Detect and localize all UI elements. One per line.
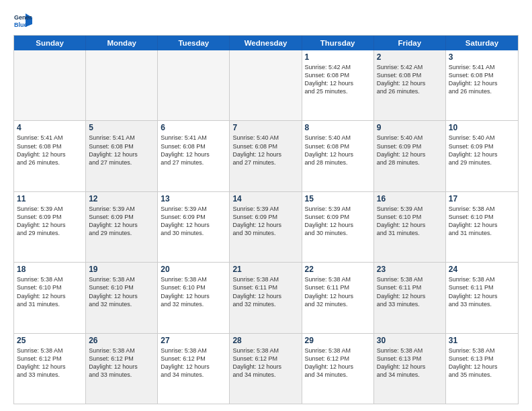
day-number: 6 <box>161 123 226 132</box>
calendar-cell: 27Sunrise: 5:38 AM Sunset: 6:12 PM Dayli… <box>158 334 230 404</box>
day-info: Sunrise: 5:41 AM Sunset: 6:08 PM Dayligh… <box>449 63 515 96</box>
calendar-week-row: 4Sunrise: 5:41 AM Sunset: 6:08 PM Daylig… <box>14 121 518 191</box>
calendar-header-cell: Tuesday <box>158 36 230 50</box>
day-info: Sunrise: 5:42 AM Sunset: 6:08 PM Dayligh… <box>305 63 371 96</box>
day-number: 1 <box>305 52 371 62</box>
day-number: 22 <box>305 265 371 274</box>
svg-text:General: General <box>14 14 32 21</box>
day-number: 4 <box>17 123 83 132</box>
day-number: 28 <box>232 336 298 345</box>
calendar-cell: 17Sunrise: 5:38 AM Sunset: 6:10 PM Dayli… <box>446 192 518 262</box>
day-number: 27 <box>161 336 226 345</box>
day-number: 25 <box>17 336 83 345</box>
day-number: 12 <box>89 194 154 203</box>
day-info: Sunrise: 5:38 AM Sunset: 6:13 PM Dayligh… <box>377 347 443 379</box>
day-info: Sunrise: 5:38 AM Sunset: 6:12 PM Dayligh… <box>17 347 83 379</box>
calendar-header-cell: Thursday <box>302 36 374 50</box>
day-number: 20 <box>161 265 226 274</box>
day-info: Sunrise: 5:41 AM Sunset: 6:08 PM Dayligh… <box>89 134 154 167</box>
day-number: 26 <box>89 336 154 345</box>
day-info: Sunrise: 5:39 AM Sunset: 6:09 PM Dayligh… <box>232 205 298 238</box>
calendar-cell <box>158 50 230 120</box>
day-number: 18 <box>17 265 83 274</box>
calendar-cell: 9Sunrise: 5:40 AM Sunset: 6:09 PM Daylig… <box>374 121 446 191</box>
calendar-cell: 26Sunrise: 5:38 AM Sunset: 6:12 PM Dayli… <box>86 334 158 404</box>
day-info: Sunrise: 5:39 AM Sunset: 6:09 PM Dayligh… <box>89 205 154 238</box>
day-info: Sunrise: 5:39 AM Sunset: 6:10 PM Dayligh… <box>377 205 443 238</box>
header: General Blue <box>13 11 519 30</box>
day-info: Sunrise: 5:40 AM Sunset: 6:08 PM Dayligh… <box>305 134 371 167</box>
calendar-cell: 10Sunrise: 5:40 AM Sunset: 6:09 PM Dayli… <box>446 121 518 191</box>
calendar-week-row: 11Sunrise: 5:39 AM Sunset: 6:09 PM Dayli… <box>14 192 518 263</box>
calendar-cell <box>86 50 158 120</box>
day-info: Sunrise: 5:40 AM Sunset: 6:09 PM Dayligh… <box>449 134 515 167</box>
calendar-cell: 23Sunrise: 5:38 AM Sunset: 6:11 PM Dayli… <box>374 263 446 332</box>
day-number: 14 <box>232 194 298 203</box>
logo-icon: General Blue <box>13 11 32 30</box>
calendar-cell: 12Sunrise: 5:39 AM Sunset: 6:09 PM Dayli… <box>86 192 158 262</box>
day-info: Sunrise: 5:39 AM Sunset: 6:09 PM Dayligh… <box>17 205 83 238</box>
day-number: 10 <box>449 123 515 132</box>
day-number: 24 <box>449 265 515 274</box>
day-info: Sunrise: 5:38 AM Sunset: 6:12 PM Dayligh… <box>305 347 371 379</box>
calendar-cell: 1Sunrise: 5:42 AM Sunset: 6:08 PM Daylig… <box>302 50 374 120</box>
calendar-cell: 8Sunrise: 5:40 AM Sunset: 6:08 PM Daylig… <box>302 121 374 191</box>
day-number: 7 <box>232 123 298 132</box>
calendar-cell: 25Sunrise: 5:38 AM Sunset: 6:12 PM Dayli… <box>14 334 86 404</box>
calendar-week-row: 1Sunrise: 5:42 AM Sunset: 6:08 PM Daylig… <box>14 50 518 121</box>
day-number: 16 <box>377 194 443 203</box>
calendar-body: 1Sunrise: 5:42 AM Sunset: 6:08 PM Daylig… <box>14 50 518 404</box>
calendar-cell: 24Sunrise: 5:38 AM Sunset: 6:11 PM Dayli… <box>446 263 518 332</box>
calendar-cell: 6Sunrise: 5:41 AM Sunset: 6:08 PM Daylig… <box>158 121 230 191</box>
day-number: 21 <box>232 265 298 274</box>
day-info: Sunrise: 5:42 AM Sunset: 6:08 PM Dayligh… <box>377 63 443 96</box>
calendar-cell: 21Sunrise: 5:38 AM Sunset: 6:11 PM Dayli… <box>230 263 302 332</box>
day-info: Sunrise: 5:38 AM Sunset: 6:10 PM Dayligh… <box>449 205 515 238</box>
day-info: Sunrise: 5:40 AM Sunset: 6:08 PM Dayligh… <box>232 134 298 167</box>
day-info: Sunrise: 5:38 AM Sunset: 6:11 PM Dayligh… <box>305 275 371 308</box>
day-info: Sunrise: 5:38 AM Sunset: 6:11 PM Dayligh… <box>232 275 298 308</box>
calendar-cell: 11Sunrise: 5:39 AM Sunset: 6:09 PM Dayli… <box>14 192 86 262</box>
day-number: 29 <box>305 336 371 345</box>
day-number: 2 <box>377 52 443 62</box>
day-number: 19 <box>89 265 154 274</box>
calendar-cell: 14Sunrise: 5:39 AM Sunset: 6:09 PM Dayli… <box>230 192 302 262</box>
logo: General Blue <box>13 11 35 30</box>
calendar-cell: 20Sunrise: 5:38 AM Sunset: 6:10 PM Dayli… <box>158 263 230 332</box>
day-number: 30 <box>377 336 443 345</box>
day-number: 5 <box>89 123 154 132</box>
calendar-cell: 5Sunrise: 5:41 AM Sunset: 6:08 PM Daylig… <box>86 121 158 191</box>
calendar: SundayMondayTuesdayWednesdayThursdayFrid… <box>13 35 519 404</box>
day-info: Sunrise: 5:38 AM Sunset: 6:11 PM Dayligh… <box>449 275 515 308</box>
calendar-cell: 30Sunrise: 5:38 AM Sunset: 6:13 PM Dayli… <box>374 334 446 404</box>
calendar-cell: 4Sunrise: 5:41 AM Sunset: 6:08 PM Daylig… <box>14 121 86 191</box>
day-info: Sunrise: 5:41 AM Sunset: 6:08 PM Dayligh… <box>17 134 83 167</box>
calendar-header-cell: Monday <box>86 36 158 50</box>
calendar-cell: 15Sunrise: 5:39 AM Sunset: 6:09 PM Dayli… <box>302 192 374 262</box>
day-info: Sunrise: 5:38 AM Sunset: 6:10 PM Dayligh… <box>17 275 83 308</box>
calendar-cell: 29Sunrise: 5:38 AM Sunset: 6:12 PM Dayli… <box>302 334 374 404</box>
calendar-header: SundayMondayTuesdayWednesdayThursdayFrid… <box>14 36 518 50</box>
day-number: 15 <box>305 194 371 203</box>
day-info: Sunrise: 5:39 AM Sunset: 6:09 PM Dayligh… <box>161 205 226 238</box>
page: General Blue SundayMondayTuesdayWednesda… <box>0 0 532 411</box>
calendar-cell <box>14 50 86 120</box>
calendar-header-cell: Saturday <box>446 36 518 50</box>
calendar-cell: 28Sunrise: 5:38 AM Sunset: 6:12 PM Dayli… <box>230 334 302 404</box>
day-info: Sunrise: 5:40 AM Sunset: 6:09 PM Dayligh… <box>377 134 443 167</box>
day-number: 23 <box>377 265 443 274</box>
day-number: 3 <box>449 52 515 62</box>
calendar-week-row: 18Sunrise: 5:38 AM Sunset: 6:10 PM Dayli… <box>14 263 518 333</box>
day-number: 31 <box>449 336 515 345</box>
day-number: 8 <box>305 123 371 132</box>
day-number: 11 <box>17 194 83 203</box>
calendar-header-cell: Wednesday <box>230 36 302 50</box>
calendar-cell: 2Sunrise: 5:42 AM Sunset: 6:08 PM Daylig… <box>374 50 446 120</box>
day-info: Sunrise: 5:39 AM Sunset: 6:09 PM Dayligh… <box>305 205 371 238</box>
day-number: 9 <box>377 123 443 132</box>
calendar-header-cell: Sunday <box>14 36 86 50</box>
day-info: Sunrise: 5:38 AM Sunset: 6:12 PM Dayligh… <box>232 347 298 379</box>
calendar-cell: 31Sunrise: 5:38 AM Sunset: 6:13 PM Dayli… <box>446 334 518 404</box>
calendar-cell: 7Sunrise: 5:40 AM Sunset: 6:08 PM Daylig… <box>230 121 302 191</box>
calendar-cell: 3Sunrise: 5:41 AM Sunset: 6:08 PM Daylig… <box>446 50 518 120</box>
